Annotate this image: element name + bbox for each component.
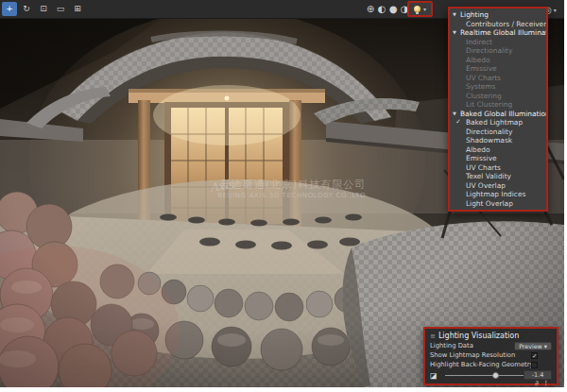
drag-handle-icon: ≡: [430, 332, 436, 340]
lighting-data-row: Lighting Data Preview ▾: [430, 341, 552, 350]
menu-item-emissive-rt[interactable]: Emissive: [450, 64, 546, 74]
checkmark-icon: ✓: [455, 118, 461, 128]
lighting-data-value: Preview: [519, 343, 542, 349]
menu-item-albedo-rt[interactable]: Albedo: [450, 56, 546, 65]
menu-label: Baked Lightmap: [466, 118, 523, 127]
show-lightmap-resolution-label: Show Lightmap Resolution: [430, 351, 515, 359]
menu-item-texel-validity[interactable]: Texel Validity: [450, 172, 546, 181]
menu-item-lightmap-indices[interactable]: Lightmap Indices: [450, 190, 546, 199]
menu-label: Lighting: [460, 10, 489, 19]
menu-label: Directionality: [466, 46, 512, 55]
rect-tool-button[interactable]: ▭: [53, 2, 68, 16]
highlight-backfacing-label: Highlight Back-Facing Geometry: [430, 361, 534, 368]
unity-scene-view: Axis 爱迪斯通(北京)科技有限公司 BEIJING AXIS 3D TECH…: [0, 0, 564, 387]
menu-item-uv-charts-rt[interactable]: UV Charts: [450, 74, 546, 83]
menu-item-uv-charts[interactable]: UV Charts: [450, 163, 546, 173]
lighting-data-label: Lighting Data: [430, 342, 473, 349]
scale-tool-button[interactable]: ⊡: [36, 2, 51, 16]
scene-lighting-draw-mode-button[interactable]: ▾: [407, 1, 433, 17]
menu-label: Indirect: [466, 38, 492, 46]
menu-header-lighting[interactable]: ▼Lighting: [450, 10, 546, 20]
exposure-slider[interactable]: [445, 369, 526, 381]
lighting-data-dropdown[interactable]: Preview ▾: [514, 342, 552, 350]
menu-label: UV Charts: [466, 163, 501, 172]
menu-item-directionality[interactable]: Directionality: [450, 128, 546, 137]
lighting-visualization-panel: ≡Lighting Visualization Lighting Data Pr…: [423, 327, 558, 385]
rotate-tool-button[interactable]: ↻: [19, 2, 34, 16]
chevron-down-icon: ▾: [554, 4, 557, 16]
slider-track: [445, 375, 526, 376]
exposure-icon: ◪: [430, 371, 438, 380]
move-tool-button[interactable]: +: [2, 2, 17, 16]
menu-label: UV Charts: [466, 74, 501, 82]
menu-item-emissive[interactable]: Emissive: [450, 154, 546, 163]
menu-label: Baked Global Illumination: [460, 110, 546, 118]
show-lightmap-resolution-row: Show Lightmap Resolution ✓: [430, 350, 552, 360]
menu-label: Light Overlap: [466, 199, 513, 208]
menu-label: Texel Validity: [466, 172, 511, 180]
corner-artifact: ∂ !: [535, 379, 549, 387]
filled-circle-icon[interactable]: ●: [387, 4, 399, 15]
menu-item-albedo[interactable]: Albedo: [450, 145, 546, 155]
menu-item-contributors-receivers[interactable]: Contributors / Receivers: [450, 20, 546, 29]
menu-header-realtime-gi[interactable]: ▼Realtime Global Illumination: [450, 28, 546, 38]
foldout-triangle-icon: ▼: [453, 10, 456, 20]
menu-label: UV Overlap: [466, 181, 506, 190]
menu-label: Shadowmask: [466, 136, 512, 145]
menu-item-light-overlap[interactable]: Light Overlap: [450, 199, 546, 209]
slider-thumb[interactable]: [492, 372, 499, 379]
menu-label: Emissive: [466, 64, 497, 73]
menu-header-baked-gi[interactable]: ▼Baked Global Illumination: [450, 110, 546, 119]
menu-item-systems[interactable]: Systems: [450, 82, 546, 92]
menu-label: Systems: [466, 82, 495, 91]
menu-label: Contributors / Receivers: [466, 20, 546, 28]
panel-title: Lighting Visualization: [438, 332, 519, 340]
exposure-slider-row: ◪ -1.4: [430, 369, 552, 381]
menu-label: Lightmap Indices: [466, 190, 525, 198]
chevron-down-icon: ▾: [423, 3, 426, 15]
foldout-triangle-icon: ▼: [453, 110, 456, 119]
menu-item-shadowmask[interactable]: Shadowmask: [450, 136, 546, 145]
menu-label: Clustering: [466, 92, 502, 100]
menu-label: Realtime Global Illumination: [460, 28, 546, 37]
menu-label: Emissive: [466, 154, 497, 162]
foldout-triangle-icon: ▼: [453, 28, 456, 38]
lightbulb-icon: [414, 6, 421, 12]
menu-item-clustering[interactable]: Clustering: [450, 92, 546, 101]
menu-label: Albedo: [466, 145, 490, 154]
draw-mode-dropdown-menu: ▼Lighting Contributors / Receivers ▼Real…: [448, 7, 548, 212]
shaded-sphere-icon[interactable]: ◐: [376, 4, 387, 15]
menu-item-directionality-rt[interactable]: Directionality: [450, 46, 546, 56]
highlight-backfacing-row: Highlight Back-Facing Geometry: [430, 360, 552, 369]
highlight-backfacing-checkbox[interactable]: [531, 362, 538, 368]
show-lightmap-resolution-checkbox[interactable]: ✓: [531, 352, 538, 359]
transform-tool-button[interactable]: ⊞: [70, 2, 85, 16]
panel-title-bar[interactable]: ≡Lighting Visualization: [430, 331, 552, 341]
chevron-down-icon: ▾: [544, 343, 547, 349]
menu-item-uv-overlap[interactable]: UV Overlap: [450, 181, 546, 191]
grid-sphere-icon[interactable]: ⊕: [365, 4, 376, 15]
menu-item-baked-lightmap[interactable]: ✓Baked Lightmap: [450, 118, 546, 128]
menu-label: Albedo: [466, 56, 490, 64]
menu-label: Directionality: [466, 128, 512, 136]
menu-label: Lit Clustering: [466, 100, 512, 109]
menu-item-lit-clustering[interactable]: Lit Clustering: [450, 100, 546, 110]
menu-item-indirect[interactable]: Indirect: [450, 38, 546, 47]
